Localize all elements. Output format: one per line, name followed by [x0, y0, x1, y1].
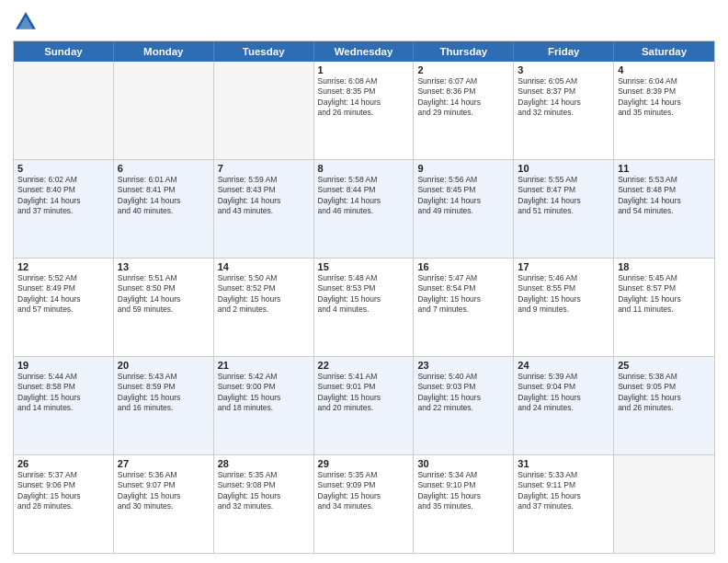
weekday-header-sunday: Sunday [14, 41, 114, 62]
day-info: Sunrise: 5:35 AM Sunset: 9:08 PM Dayligh… [218, 470, 310, 512]
day-info: Sunrise: 5:35 AM Sunset: 9:09 PM Dayligh… [318, 470, 410, 512]
day-info: Sunrise: 5:42 AM Sunset: 9:00 PM Dayligh… [218, 372, 310, 414]
calendar-cell-20: 20Sunrise: 5:43 AM Sunset: 8:59 PM Dayli… [114, 357, 214, 454]
day-info: Sunrise: 5:51 AM Sunset: 8:50 PM Dayligh… [118, 273, 210, 316]
day-info: Sunrise: 5:44 AM Sunset: 8:58 PM Dayligh… [17, 372, 109, 414]
day-info: Sunrise: 5:56 AM Sunset: 8:45 PM Dayligh… [417, 175, 509, 217]
day-number: 13 [118, 261, 210, 272]
day-number: 31 [518, 458, 609, 469]
calendar-cell-26: 26Sunrise: 5:37 AM Sunset: 9:06 PM Dayli… [14, 455, 114, 553]
day-number: 1 [318, 64, 410, 75]
day-number: 15 [318, 261, 410, 272]
day-info: Sunrise: 5:48 AM Sunset: 8:53 PM Dayligh… [318, 273, 410, 316]
day-number: 28 [218, 458, 310, 469]
day-number: 9 [417, 163, 509, 174]
calendar-cell-10: 10Sunrise: 5:55 AM Sunset: 8:47 PM Dayli… [514, 160, 614, 258]
calendar-cell-16: 16Sunrise: 5:47 AM Sunset: 8:54 PM Dayli… [414, 259, 514, 356]
day-info: Sunrise: 5:36 AM Sunset: 9:07 PM Dayligh… [118, 470, 210, 512]
calendar-cell-22: 22Sunrise: 5:41 AM Sunset: 9:01 PM Dayli… [314, 357, 415, 454]
calendar-cell-empty-0 [14, 62, 114, 159]
weekday-header-saturday: Saturday [614, 41, 714, 62]
logo-icon [13, 9, 39, 35]
day-info: Sunrise: 6:08 AM Sunset: 8:35 PM Dayligh… [318, 76, 410, 119]
calendar-cell-25: 25Sunrise: 5:38 AM Sunset: 9:05 PM Dayli… [614, 357, 714, 454]
day-number: 18 [618, 261, 711, 272]
calendar-cell-18: 18Sunrise: 5:45 AM Sunset: 8:57 PM Dayli… [614, 259, 714, 356]
day-number: 22 [318, 360, 410, 371]
calendar-cell-17: 17Sunrise: 5:46 AM Sunset: 8:55 PM Dayli… [514, 259, 614, 356]
day-number: 6 [118, 163, 210, 174]
day-number: 30 [417, 458, 509, 469]
weekday-header-monday: Monday [114, 41, 214, 62]
calendar-cell-21: 21Sunrise: 5:42 AM Sunset: 9:00 PM Dayli… [214, 357, 314, 454]
day-number: 17 [518, 261, 609, 272]
day-info: Sunrise: 6:05 AM Sunset: 8:37 PM Dayligh… [518, 76, 609, 119]
calendar-cell-15: 15Sunrise: 5:48 AM Sunset: 8:53 PM Dayli… [314, 259, 415, 356]
day-number: 29 [318, 458, 410, 469]
day-info: Sunrise: 6:01 AM Sunset: 8:41 PM Dayligh… [118, 175, 210, 217]
day-info: Sunrise: 5:50 AM Sunset: 8:52 PM Dayligh… [218, 273, 310, 316]
day-number: 5 [17, 163, 109, 174]
calendar-cell-3: 3Sunrise: 6:05 AM Sunset: 8:37 PM Daylig… [514, 62, 614, 159]
day-info: Sunrise: 5:37 AM Sunset: 9:06 PM Dayligh… [17, 470, 109, 512]
calendar-cell-4: 4Sunrise: 6:04 AM Sunset: 8:39 PM Daylig… [614, 62, 714, 159]
day-info: Sunrise: 5:55 AM Sunset: 8:47 PM Dayligh… [518, 175, 609, 217]
calendar-cell-27: 27Sunrise: 5:36 AM Sunset: 9:07 PM Dayli… [114, 455, 214, 553]
calendar-cell-5: 5Sunrise: 6:02 AM Sunset: 8:40 PM Daylig… [14, 160, 114, 258]
day-info: Sunrise: 5:59 AM Sunset: 8:43 PM Dayligh… [218, 175, 310, 217]
header [13, 9, 715, 35]
day-number: 8 [318, 163, 410, 174]
day-info: Sunrise: 5:39 AM Sunset: 9:04 PM Dayligh… [518, 372, 609, 414]
day-info: Sunrise: 6:04 AM Sunset: 8:39 PM Dayligh… [618, 76, 711, 119]
day-number: 12 [17, 261, 109, 272]
calendar-cell-11: 11Sunrise: 5:53 AM Sunset: 8:48 PM Dayli… [614, 160, 714, 258]
calendar-cell-6: 6Sunrise: 6:01 AM Sunset: 8:41 PM Daylig… [114, 160, 214, 258]
day-info: Sunrise: 5:46 AM Sunset: 8:55 PM Dayligh… [518, 273, 609, 316]
day-number: 11 [618, 163, 711, 174]
day-number: 25 [618, 360, 711, 371]
calendar-cell-empty-1 [114, 62, 214, 159]
day-number: 27 [118, 458, 210, 469]
weekday-header-thursday: Thursday [414, 41, 514, 62]
calendar-cell-28: 28Sunrise: 5:35 AM Sunset: 9:08 PM Dayli… [214, 455, 314, 553]
calendar-cell-8: 8Sunrise: 5:58 AM Sunset: 8:44 PM Daylig… [314, 160, 415, 258]
calendar-cell-1: 1Sunrise: 6:08 AM Sunset: 8:35 PM Daylig… [314, 62, 415, 159]
day-info: Sunrise: 5:45 AM Sunset: 8:57 PM Dayligh… [618, 273, 711, 316]
calendar-cell-empty-6 [614, 455, 714, 553]
calendar-cell-13: 13Sunrise: 5:51 AM Sunset: 8:50 PM Dayli… [114, 259, 214, 356]
calendar-cell-7: 7Sunrise: 5:59 AM Sunset: 8:43 PM Daylig… [214, 160, 314, 258]
calendar-cell-29: 29Sunrise: 5:35 AM Sunset: 9:09 PM Dayli… [314, 455, 415, 553]
day-info: Sunrise: 5:41 AM Sunset: 9:01 PM Dayligh… [318, 372, 410, 414]
day-number: 4 [618, 64, 711, 75]
day-number: 2 [417, 64, 509, 75]
calendar-cell-empty-2 [214, 62, 314, 159]
day-info: Sunrise: 5:40 AM Sunset: 9:03 PM Dayligh… [417, 372, 509, 414]
calendar-cell-24: 24Sunrise: 5:39 AM Sunset: 9:04 PM Dayli… [514, 357, 614, 454]
day-info: Sunrise: 5:33 AM Sunset: 9:11 PM Dayligh… [518, 470, 609, 512]
calendar-row-1: 5Sunrise: 6:02 AM Sunset: 8:40 PM Daylig… [14, 160, 714, 259]
calendar-row-4: 26Sunrise: 5:37 AM Sunset: 9:06 PM Dayli… [14, 455, 714, 553]
logo [13, 9, 42, 35]
day-number: 14 [218, 261, 310, 272]
calendar-cell-2: 2Sunrise: 6:07 AM Sunset: 8:36 PM Daylig… [414, 62, 514, 159]
weekday-header-friday: Friday [514, 41, 614, 62]
day-number: 16 [417, 261, 509, 272]
calendar-header: SundayMondayTuesdayWednesdayThursdayFrid… [14, 41, 714, 62]
day-info: Sunrise: 5:43 AM Sunset: 8:59 PM Dayligh… [118, 372, 210, 414]
calendar-row-3: 19Sunrise: 5:44 AM Sunset: 8:58 PM Dayli… [14, 357, 714, 455]
calendar: SundayMondayTuesdayWednesdayThursdayFrid… [13, 40, 715, 554]
calendar-cell-19: 19Sunrise: 5:44 AM Sunset: 8:58 PM Dayli… [14, 357, 114, 454]
day-number: 26 [17, 458, 109, 469]
day-number: 3 [518, 64, 609, 75]
day-number: 20 [118, 360, 210, 371]
calendar-row-2: 12Sunrise: 5:52 AM Sunset: 8:49 PM Dayli… [14, 259, 714, 357]
day-number: 10 [518, 163, 609, 174]
weekday-header-wednesday: Wednesday [314, 41, 415, 62]
day-number: 23 [417, 360, 509, 371]
day-number: 19 [17, 360, 109, 371]
calendar-cell-14: 14Sunrise: 5:50 AM Sunset: 8:52 PM Dayli… [214, 259, 314, 356]
day-info: Sunrise: 5:47 AM Sunset: 8:54 PM Dayligh… [417, 273, 509, 316]
calendar-cell-12: 12Sunrise: 5:52 AM Sunset: 8:49 PM Dayli… [14, 259, 114, 356]
day-number: 24 [518, 360, 609, 371]
calendar-cell-9: 9Sunrise: 5:56 AM Sunset: 8:45 PM Daylig… [414, 160, 514, 258]
